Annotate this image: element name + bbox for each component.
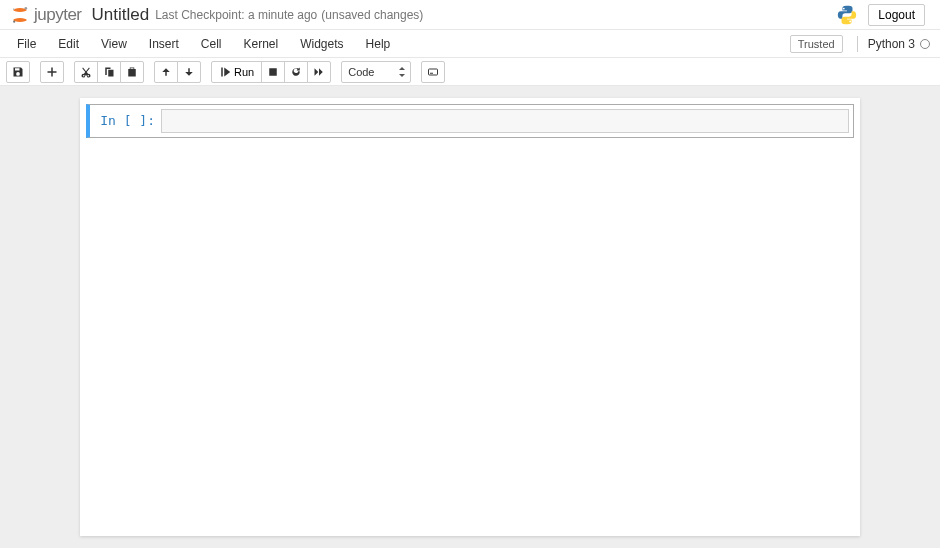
jupyter-icon	[10, 5, 30, 25]
logout-button[interactable]: Logout	[868, 4, 925, 26]
code-cell[interactable]: In [ ]:	[86, 104, 854, 138]
jupyter-wordmark: jupyter	[34, 5, 82, 25]
menu-edit[interactable]: Edit	[47, 31, 90, 57]
menu-file[interactable]: File	[6, 31, 47, 57]
svg-rect-7	[430, 72, 433, 73]
menu-cell[interactable]: Cell	[190, 31, 233, 57]
trusted-badge[interactable]: Trusted	[790, 35, 843, 53]
cell-type-value: Code	[348, 66, 374, 78]
paste-button[interactable]	[120, 61, 144, 83]
insert-cell-button[interactable]	[40, 61, 64, 83]
python-icon	[836, 4, 858, 26]
kernel-name: Python 3	[868, 37, 915, 51]
restart-button[interactable]	[284, 61, 308, 83]
run-icon	[219, 66, 231, 78]
svg-rect-6	[429, 69, 438, 75]
save-button[interactable]	[6, 61, 30, 83]
kernel-indicator-icon	[920, 39, 930, 49]
move-up-button[interactable]	[154, 61, 178, 83]
restart-run-all-button[interactable]	[307, 61, 331, 83]
menu-view[interactable]: View	[90, 31, 138, 57]
svg-point-4	[13, 8, 15, 10]
menubar: File Edit View Insert Cell Kernel Widget…	[0, 30, 940, 58]
svg-rect-5	[269, 68, 277, 76]
checkpoint-status: Last Checkpoint: a minute ago	[155, 8, 317, 22]
unsaved-status: (unsaved changes)	[321, 8, 423, 22]
cut-button[interactable]	[74, 61, 98, 83]
run-button[interactable]: Run	[211, 61, 262, 83]
svg-point-2	[25, 7, 28, 10]
toolbar: Run Code	[0, 58, 940, 86]
jupyter-logo[interactable]: jupyter	[10, 5, 82, 25]
svg-point-1	[13, 18, 26, 22]
menu-widgets[interactable]: Widgets	[289, 31, 354, 57]
notebook-container: In [ ]:	[80, 98, 860, 536]
header: jupyter Untitled Last Checkpoint: a minu…	[0, 0, 940, 30]
cell-type-select[interactable]: Code	[341, 61, 411, 83]
menu-help[interactable]: Help	[355, 31, 402, 57]
menu-insert[interactable]: Insert	[138, 31, 190, 57]
notebook-area: In [ ]:	[0, 86, 940, 548]
move-down-button[interactable]	[177, 61, 201, 83]
run-label: Run	[234, 66, 254, 78]
svg-point-3	[13, 20, 15, 22]
interrupt-button[interactable]	[261, 61, 285, 83]
separator	[857, 36, 858, 52]
menu-kernel[interactable]: Kernel	[233, 31, 290, 57]
code-input[interactable]	[161, 109, 849, 133]
notebook-name[interactable]: Untitled	[92, 5, 150, 25]
copy-button[interactable]	[97, 61, 121, 83]
command-palette-button[interactable]	[421, 61, 445, 83]
input-prompt: In [ ]:	[91, 109, 161, 133]
